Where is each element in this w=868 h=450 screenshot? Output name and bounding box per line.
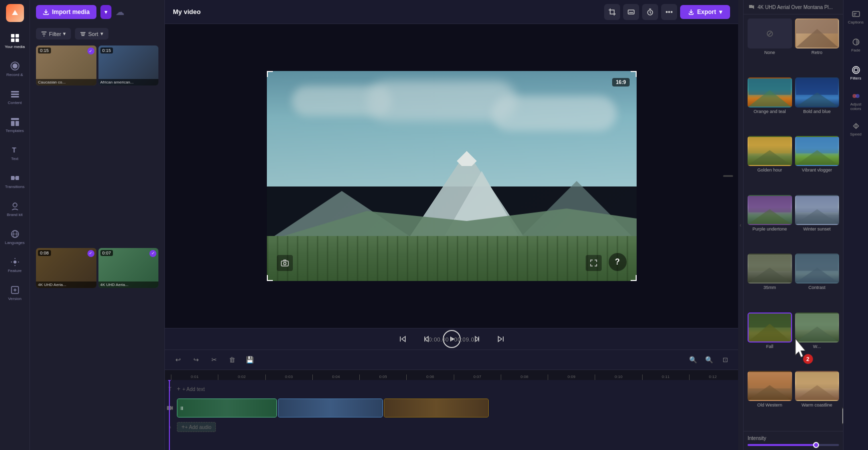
- filter-winter-label: Winter sunset: [795, 226, 840, 232]
- top-bar-tools: ••• Export ▾: [604, 4, 730, 20]
- zoom-controls: 🔍 🔍 ⊡: [686, 353, 732, 367]
- filter-orange-teal[interactable]: Orange and teal: [748, 78, 792, 134]
- filter-golden-hour[interactable]: Golden hour: [748, 136, 792, 192]
- crop-tool-button[interactable]: [604, 4, 620, 20]
- corner-handle-br[interactable]: [631, 275, 637, 281]
- filter-none[interactable]: ⊘ None: [748, 18, 792, 74]
- import-arrow-button[interactable]: ▾: [100, 5, 111, 19]
- sidebar-item-feature-flags[interactable]: Feature: [2, 252, 28, 278]
- save-button[interactable]: 💾: [243, 353, 257, 367]
- svg-point-75: [856, 94, 860, 98]
- filter-retro-label: Retro: [795, 50, 840, 55]
- more-options-button[interactable]: •••: [661, 4, 677, 20]
- clip-check-3: ✓: [149, 250, 156, 257]
- time-display: 00:00.00 / 00:09.01: [425, 334, 477, 344]
- media-clip-0[interactable]: 0:15 Caucasian co... ✓: [36, 46, 96, 86]
- help-button[interactable]: ?: [609, 253, 627, 271]
- video-clip-3[interactable]: [384, 398, 489, 418]
- corner-handle-tl[interactable]: [267, 71, 273, 77]
- video-title: 4K UHD Aerial Over Montana Pl...: [758, 4, 833, 10]
- add-text-button[interactable]: + + Add text: [175, 384, 207, 394]
- clip-check-2: ✓: [87, 250, 94, 257]
- filter-fall[interactable]: Fall 2: [748, 312, 792, 368]
- scroll-indicator[interactable]: [723, 176, 733, 177]
- main-content: My video ••• Export ▾: [165, 0, 738, 450]
- playhead[interactable]: [169, 380, 170, 450]
- media-clip-1[interactable]: 0:15 African american...: [98, 46, 159, 86]
- filters-grid: ⊘ None Retro Orange and teal: [744, 14, 843, 431]
- filter-35mm[interactable]: 35mm: [748, 254, 792, 310]
- speed-label: Speed: [850, 132, 862, 136]
- intensity-thumb[interactable]: [813, 442, 819, 448]
- sidebar-label-feature: Feature: [8, 268, 22, 273]
- import-media-button[interactable]: Import media: [36, 5, 96, 19]
- media-clip-2[interactable]: 0:08 4K UHD Aeria... ✓: [36, 248, 96, 288]
- add-audio-button[interactable]: + + Add audio: [177, 422, 216, 432]
- video-clip-1[interactable]: ⏸: [177, 398, 277, 418]
- video-track-content: ⏸: [175, 397, 738, 419]
- video-clip-2[interactable]: [278, 398, 383, 418]
- sidebar-item-text[interactable]: T Text: [2, 140, 28, 166]
- fit-timeline-button[interactable]: ⊡: [718, 353, 732, 367]
- tool-adjust-colors[interactable]: Adjustcolors 1: [845, 88, 867, 114]
- delete-button[interactable]: 🗑: [225, 353, 239, 367]
- fullscreen-button[interactable]: [586, 255, 602, 271]
- tool-filters[interactable]: Filters: [845, 60, 867, 86]
- cut-button[interactable]: ✂: [207, 353, 221, 367]
- screenshot-button[interactable]: [277, 255, 293, 271]
- tool-speed[interactable]: Speed: [845, 116, 867, 142]
- sidebar-item-content-library[interactable]: Content: [2, 84, 28, 110]
- export-button[interactable]: Export ▾: [680, 5, 730, 19]
- filter-old-western[interactable]: Old Western: [748, 371, 792, 427]
- filter-retro[interactable]: Retro: [795, 18, 840, 74]
- tool-captions[interactable]: Captions: [845, 4, 867, 30]
- sidebar-item-languages[interactable]: Languages: [2, 224, 28, 250]
- filter-35mm-thumb: [748, 254, 792, 284]
- text-track-label: T: [165, 386, 175, 392]
- svg-rect-28: [628, 10, 634, 14]
- svg-rect-2: [11, 38, 14, 42]
- sidebar-item-record[interactable]: Record &: [2, 56, 28, 82]
- svg-rect-7: [11, 94, 19, 95]
- filter-vibrant[interactable]: Vibrant vlogger: [795, 136, 840, 192]
- intensity-slider[interactable]: [748, 444, 839, 446]
- sidebar-label-content: Content: [7, 100, 21, 105]
- media-panel-header: Import media ▾ ☁: [30, 0, 164, 24]
- tool-fade[interactable]: Fade: [845, 32, 867, 58]
- skip-forward-button[interactable]: [493, 331, 509, 347]
- filter-contrast[interactable]: Contrast: [795, 254, 840, 310]
- svg-rect-14: [15, 176, 19, 180]
- zoom-out-button[interactable]: 🔍: [686, 353, 700, 367]
- filter-button[interactable]: Filter ▾: [36, 28, 71, 40]
- sort-button[interactable]: Sort ▾: [75, 28, 108, 40]
- sidebar-item-your-media[interactable]: Your media: [2, 28, 28, 54]
- media-panel: Import media ▾ ☁ Filter ▾ Sort ▾ 0:15 Ca…: [30, 0, 165, 450]
- sidebar-item-version[interactable]: Version: [2, 280, 28, 306]
- undo-button[interactable]: ↩: [171, 353, 185, 367]
- corner-handle-tr[interactable]: [631, 71, 637, 77]
- collapse-handle[interactable]: ‹: [738, 0, 743, 450]
- filter-winter-sunset[interactable]: Winter sunset: [795, 195, 840, 251]
- app-logo: [6, 4, 24, 22]
- sidebar-item-brand-kit[interactable]: Brand kit: [2, 196, 28, 222]
- filter-bold-blue[interactable]: Bold and blue: [795, 78, 840, 134]
- corner-handle-bl[interactable]: [267, 275, 273, 281]
- filter-purple-thumb: [748, 195, 792, 225]
- sidebar-item-templates[interactable]: Templates: [2, 112, 28, 138]
- left-sidebar: Your media Record & Content Templates T …: [0, 0, 30, 450]
- sidebar-item-transitions[interactable]: Transitions: [2, 168, 28, 194]
- filter-purple-undertone[interactable]: Purple undertone: [748, 195, 792, 251]
- svg-rect-38: [281, 261, 288, 266]
- skip-back-button[interactable]: [395, 331, 411, 347]
- svg-rect-46: [796, 78, 839, 95]
- filter-w[interactable]: W...: [795, 312, 840, 368]
- media-clip-3[interactable]: 0:07 4K UHD Aeria... ✓: [98, 248, 159, 288]
- redo-button[interactable]: ↪: [189, 353, 203, 367]
- filter-bold-blue-label: Bold and blue: [795, 109, 840, 114]
- subtitle-tool-button[interactable]: [623, 4, 639, 20]
- filter-contrast-thumb: [795, 254, 840, 284]
- timer-tool-button[interactable]: [642, 4, 658, 20]
- filter-warm-coastline[interactable]: Warm coastline 3: [795, 371, 840, 427]
- filter-w-thumb: [795, 312, 840, 342]
- zoom-in-button[interactable]: 🔍: [702, 353, 716, 367]
